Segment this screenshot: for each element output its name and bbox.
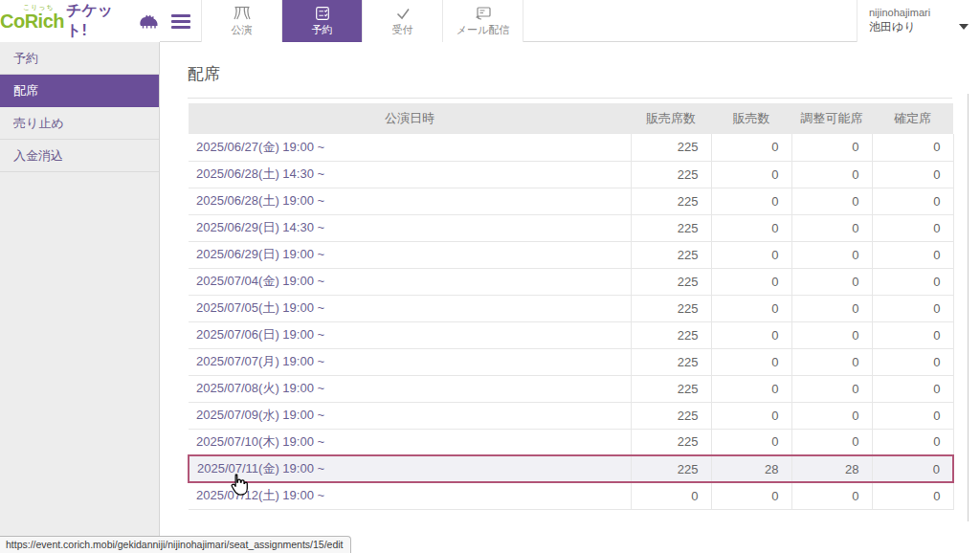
table-row[interactable]: 2025/06/28(土) 19:00 ~225000 bbox=[189, 188, 953, 214]
sales-seats-value: 225 bbox=[631, 134, 711, 161]
tab-yoyaku[interactable]: 予約 bbox=[282, 0, 363, 42]
top-tabs: 公演 予約 受付 bbox=[202, 0, 523, 42]
table-row[interactable]: 2025/06/27(金) 19:00 ~225000 bbox=[189, 134, 953, 161]
sidebar-item-nyukin[interactable]: 入金消込 bbox=[0, 140, 159, 172]
reservation-list-icon bbox=[313, 5, 332, 22]
performance-date-link[interactable]: 2025/07/10(木) 19:00 ~ bbox=[189, 429, 631, 455]
sales-seats-value: 225 bbox=[631, 455, 711, 482]
adjustable-value: 0 bbox=[791, 429, 872, 455]
sales-seats-value: 225 bbox=[631, 188, 711, 214]
confirmed-value: 0 bbox=[872, 268, 953, 295]
performance-date-link[interactable]: 2025/06/29(日) 14:30 ~ bbox=[189, 214, 631, 241]
confirmed-value: 0 bbox=[872, 134, 953, 161]
sidebar-item-yoyaku[interactable]: 予約 bbox=[0, 42, 159, 75]
performance-date-link[interactable]: 2025/07/09(水) 19:00 ~ bbox=[189, 402, 631, 429]
tab-uketsuke[interactable]: 受付 bbox=[363, 0, 443, 42]
sold-value: 0 bbox=[711, 161, 791, 188]
adjustable-value: 0 bbox=[791, 134, 872, 161]
adjustable-value: 0 bbox=[791, 188, 872, 214]
table-header-row: 公演日時 販売席数 販売数 調整可能席 確定席 bbox=[189, 103, 953, 134]
sidebar: 予約 配席 売り止め 入金消込 bbox=[0, 42, 160, 553]
sold-value: 0 bbox=[711, 268, 791, 295]
table-row[interactable]: 2025/06/29(日) 14:30 ~225000 bbox=[189, 214, 953, 241]
table-row[interactable]: 2025/07/08(火) 19:00 ~225000 bbox=[189, 375, 953, 402]
table-row[interactable]: 2025/07/04(金) 19:00 ~225000 bbox=[189, 268, 953, 295]
confirmed-value: 0 bbox=[872, 321, 953, 348]
hedgehog-icon bbox=[137, 12, 160, 34]
table-row[interactable]: 2025/07/07(月) 19:00 ~225000 bbox=[189, 348, 953, 375]
confirmed-value: 0 bbox=[872, 241, 953, 268]
adjustable-value: 0 bbox=[791, 268, 872, 295]
col-header-datetime: 公演日時 bbox=[189, 103, 631, 134]
adjustable-value: 0 bbox=[791, 348, 872, 375]
user-name: 池田ゆり bbox=[869, 19, 916, 34]
sidebar-item-haiseki[interactable]: 配席 bbox=[0, 75, 159, 107]
sales-seats-value: 225 bbox=[631, 214, 711, 241]
table-row[interactable]: 2025/06/29(日) 19:00 ~225000 bbox=[189, 241, 953, 268]
sold-value: 0 bbox=[711, 241, 791, 268]
tab-mail-label: メール配信 bbox=[457, 23, 510, 37]
performance-date-link[interactable]: 2025/07/08(火) 19:00 ~ bbox=[189, 375, 631, 402]
sold-value: 0 bbox=[711, 402, 791, 429]
sold-value: 0 bbox=[711, 348, 791, 375]
performance-date-link[interactable]: 2025/07/11(金) 19:00 ~ bbox=[189, 455, 631, 482]
adjustable-value: 0 bbox=[791, 241, 872, 268]
sales-seats-value: 225 bbox=[631, 321, 711, 348]
sold-value: 0 bbox=[711, 429, 791, 455]
sales-seats-value: 225 bbox=[631, 429, 711, 455]
mail-send-icon bbox=[473, 5, 494, 22]
table-row[interactable]: 2025/07/09(水) 19:00 ~225000 bbox=[189, 402, 953, 429]
table-row[interactable]: 2025/06/28(土) 14:30 ~225000 bbox=[189, 161, 953, 188]
tab-yoyaku-label: 予約 bbox=[312, 23, 333, 37]
sold-value: 0 bbox=[711, 321, 791, 348]
top-bar: こりっち CoRich チケット! 公演 bbox=[0, 0, 980, 42]
sales-seats-value: 225 bbox=[631, 161, 711, 188]
adjustable-value: 28 bbox=[791, 455, 872, 482]
performance-date-link[interactable]: 2025/06/27(金) 19:00 ~ bbox=[189, 134, 631, 161]
adjustable-value: 0 bbox=[791, 402, 872, 429]
adjustable-value: 0 bbox=[791, 214, 872, 241]
tab-kouen[interactable]: 公演 bbox=[202, 0, 282, 42]
col-header-sales-seats: 販売席数 bbox=[631, 103, 711, 134]
page-title: 配席 bbox=[188, 63, 980, 85]
sidebar-item-uridome[interactable]: 売り止め bbox=[0, 107, 159, 140]
tab-kouen-label: 公演 bbox=[232, 23, 253, 37]
performance-date-link[interactable]: 2025/07/04(金) 19:00 ~ bbox=[189, 268, 631, 295]
status-url-tooltip: https://event.corich.mobi/gekidanniji/ni… bbox=[0, 536, 351, 553]
table-row[interactable]: 2025/07/11(金) 19:00 ~22528280 bbox=[189, 455, 953, 482]
table-row[interactable]: 2025/07/06(日) 19:00 ~225000 bbox=[189, 321, 953, 348]
performance-date-link[interactable]: 2025/07/07(月) 19:00 ~ bbox=[189, 348, 631, 375]
scrollbar[interactable] bbox=[968, 94, 969, 521]
sold-value: 0 bbox=[711, 188, 791, 214]
app-logo[interactable]: こりっち CoRich チケット! bbox=[0, 0, 160, 42]
table-row[interactable]: 2025/07/10(木) 19:00 ~225000 bbox=[189, 429, 953, 455]
tab-mail[interactable]: メール配信 bbox=[443, 0, 523, 42]
tab-uketsuke-label: 受付 bbox=[392, 23, 413, 37]
sales-seats-value: 225 bbox=[631, 402, 711, 429]
performance-date-link[interactable]: 2025/06/28(土) 19:00 ~ bbox=[189, 188, 631, 214]
sales-seats-value: 225 bbox=[631, 295, 711, 321]
user-menu[interactable]: nijinohajimari 池田ゆり bbox=[857, 0, 980, 42]
sold-value: 0 bbox=[711, 214, 791, 241]
hamburger-menu-icon[interactable] bbox=[160, 0, 202, 42]
performance-date-link[interactable]: 2025/06/28(土) 14:30 ~ bbox=[189, 161, 631, 188]
confirmed-value: 0 bbox=[872, 429, 953, 455]
performance-date-link[interactable]: 2025/07/05(土) 19:00 ~ bbox=[189, 295, 631, 321]
table-row[interactable]: 2025/07/12(土) 19:00 ~0000 bbox=[189, 482, 953, 509]
adjustable-value: 0 bbox=[791, 321, 872, 348]
logo-brand-text: CoRich bbox=[0, 11, 64, 33]
sold-value: 0 bbox=[711, 295, 791, 321]
sold-value: 0 bbox=[711, 375, 791, 402]
confirmed-value: 0 bbox=[872, 348, 953, 375]
performance-date-link[interactable]: 2025/07/12(土) 19:00 ~ bbox=[189, 482, 631, 509]
sales-seats-value: 225 bbox=[631, 268, 711, 295]
performance-date-link[interactable]: 2025/07/06(日) 19:00 ~ bbox=[189, 321, 631, 348]
sold-value: 0 bbox=[711, 134, 791, 161]
adjustable-value: 0 bbox=[791, 161, 872, 188]
table-row[interactable]: 2025/07/05(土) 19:00 ~225000 bbox=[189, 295, 953, 321]
main-content: 配席 公演日時 販売席数 販売数 調整可能席 確定席 2025/06/27(金)… bbox=[160, 42, 980, 553]
sales-seats-value: 225 bbox=[631, 241, 711, 268]
confirmed-value: 0 bbox=[872, 214, 953, 241]
performance-date-link[interactable]: 2025/06/29(日) 19:00 ~ bbox=[189, 241, 631, 268]
adjustable-value: 0 bbox=[791, 482, 872, 509]
